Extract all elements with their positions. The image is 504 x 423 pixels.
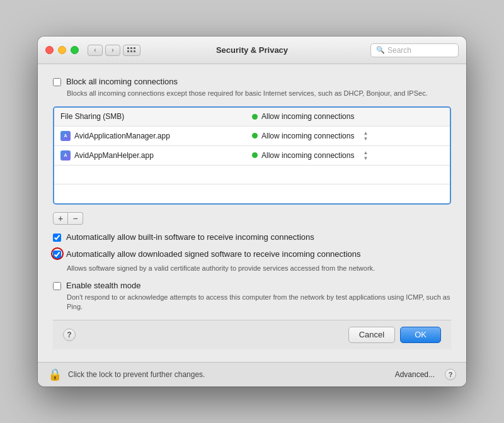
minimize-button[interactable] <box>58 46 66 54</box>
content-area: Block all incoming connections Blocks al… <box>38 64 466 362</box>
block-all-checkbox[interactable] <box>53 78 61 86</box>
search-box[interactable]: 🔍 Search <box>370 43 459 57</box>
header-name-text: File Sharing (SMB) <box>60 112 124 121</box>
auto-signed-row: Automatically allow downloaded signed so… <box>53 249 451 261</box>
highlighted-checkbox <box>53 249 61 261</box>
auto-builtin-row: Automatically allow built-in software to… <box>53 232 451 242</box>
search-icon: 🔍 <box>376 46 385 54</box>
status-text-2: Allow incoming connections <box>261 151 354 160</box>
app-icon-2: A <box>60 150 71 161</box>
stepper-2[interactable]: ▲ ▼ <box>363 150 368 161</box>
close-button[interactable] <box>45 46 54 54</box>
stepper-1[interactable]: ▲ ▼ <box>363 130 368 142</box>
table-row[interactable]: A AvidAppManHelper.app Allow incoming co… <box>54 146 450 166</box>
stealth-row: Enable stealth mode <box>53 281 451 290</box>
app-name-2: A AvidAppManHelper.app <box>60 150 252 161</box>
bottom-right-buttons: Cancel OK <box>348 327 441 343</box>
footer-text: Click the lock to prevent further change… <box>68 370 385 379</box>
empty-row-1 <box>54 166 450 184</box>
titlebar: ‹ › Security & Privacy 🔍 Search <box>38 37 466 64</box>
back-button[interactable]: ‹ <box>88 45 103 56</box>
preferences-window: ‹ › Security & Privacy 🔍 Search Block al… <box>38 37 466 386</box>
search-placeholder: Search <box>387 46 411 55</box>
app-name-text-1: AvidApplicationManager.app <box>74 132 170 140</box>
footer-help-button[interactable]: ? <box>445 369 456 380</box>
app-status-1: Allow incoming connections ▲ ▼ <box>252 130 444 142</box>
cancel-button[interactable]: Cancel <box>348 327 395 343</box>
advanced-button[interactable]: Advanced... <box>391 369 438 380</box>
stealth-label[interactable]: Enable stealth mode <box>66 281 141 290</box>
window-title: Security & Privacy <box>216 45 288 55</box>
table-header-name: File Sharing (SMB) <box>60 112 252 121</box>
app-status-2: Allow incoming connections ▲ ▼ <box>252 150 444 161</box>
table-header-row: File Sharing (SMB) Allow incoming connec… <box>54 108 450 127</box>
add-button[interactable]: + <box>53 212 68 225</box>
help-button[interactable]: ? <box>63 329 76 341</box>
lock-icon[interactable]: 🔒 <box>48 368 62 381</box>
action-bar: ? Cancel OK <box>53 320 451 349</box>
footer-bar: 🔒 Click the lock to prevent further chan… <box>38 362 466 386</box>
firewall-table: File Sharing (SMB) Allow incoming connec… <box>53 106 451 205</box>
stealth-description: Don't respond to or acknowledge attempts… <box>67 293 451 312</box>
table-buttons: + − <box>53 212 451 225</box>
status-text-0: Allow incoming connections <box>261 112 354 121</box>
nav-buttons: ‹ › <box>88 45 120 56</box>
grid-icon <box>127 47 136 53</box>
green-dot-2 <box>252 152 258 158</box>
table-header-status: Allow incoming connections <box>252 112 444 121</box>
block-all-label[interactable]: Block all incoming connections <box>66 77 178 86</box>
grid-view-button[interactable] <box>123 45 140 56</box>
auto-builtin-checkbox[interactable] <box>53 234 61 242</box>
table-row[interactable]: A AvidApplicationManager.app Allow incom… <box>54 127 450 146</box>
traffic-lights <box>45 46 79 54</box>
app-name-1: A AvidApplicationManager.app <box>60 131 252 141</box>
forward-button[interactable]: › <box>105 45 120 56</box>
auto-signed-section: Automatically allow downloaded signed so… <box>53 249 451 273</box>
empty-row-2 <box>54 184 450 203</box>
remove-button[interactable]: − <box>68 212 83 225</box>
ok-button[interactable]: OK <box>400 327 441 343</box>
block-all-section: Block all incoming connections Blocks al… <box>53 77 451 98</box>
block-all-description: Blocks all incoming connections except t… <box>67 89 451 98</box>
maximize-button[interactable] <box>71 46 79 54</box>
status-text-1: Allow incoming connections <box>261 132 354 140</box>
auto-signed-description: Allows software signed by a valid certif… <box>67 264 451 273</box>
auto-builtin-section: Automatically allow built-in software to… <box>53 232 451 242</box>
auto-signed-checkbox[interactable] <box>53 251 61 259</box>
auto-signed-label[interactable]: Automatically allow downloaded signed so… <box>66 249 361 259</box>
stealth-checkbox[interactable] <box>53 282 61 290</box>
auto-builtin-label[interactable]: Automatically allow built-in software to… <box>66 232 314 242</box>
green-dot-0 <box>252 114 258 120</box>
green-dot-1 <box>252 133 258 138</box>
app-name-text-2: AvidAppManHelper.app <box>74 151 154 160</box>
block-all-row: Block all incoming connections <box>53 77 451 86</box>
app-icon-1: A <box>60 131 71 141</box>
stealth-section: Enable stealth mode Don't respond to or … <box>53 281 451 312</box>
